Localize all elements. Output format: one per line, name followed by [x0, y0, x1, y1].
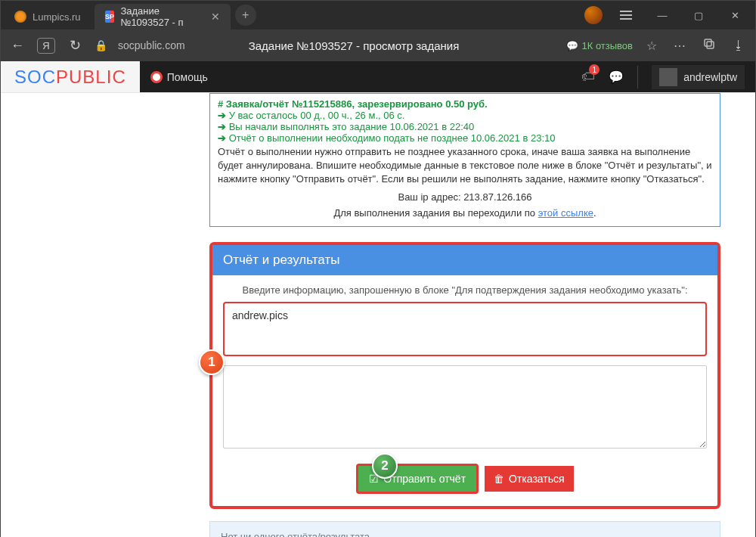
username: andrewlptw — [683, 71, 737, 83]
content-area: # Заявка/отчёт №115215886, зарезервирова… — [1, 93, 755, 537]
tab-lumpics[interactable]: Lumpics.ru — [4, 4, 91, 29]
bookmark-icon[interactable]: ☆ — [643, 39, 660, 53]
notif-badge: 1 — [589, 64, 600, 75]
notifications-button[interactable]: 🏷 1 — [581, 69, 595, 85]
title-bar: Lumpics.ru SP Задание №1093527 - п ✕ + —… — [1, 1, 755, 29]
submit-label: Отправить отчёт — [383, 473, 466, 485]
separator — [637, 66, 638, 88]
collections-icon[interactable] — [699, 37, 719, 54]
info-body: Отчёт о выполнении нужно отправить не по… — [218, 145, 712, 187]
report-input-secondary[interactable] — [223, 365, 707, 449]
cancel-label: Отказаться — [509, 473, 565, 485]
logo-public: PUBLIC — [56, 67, 126, 87]
lifebuoy-icon — [150, 71, 163, 83]
task-link[interactable]: этой ссылке — [538, 207, 593, 219]
nav-help[interactable]: Помощь — [150, 71, 208, 83]
report-panel: Отчёт и результаты Введите информацию, з… — [209, 242, 720, 509]
more-icon[interactable]: ⋯ — [671, 39, 689, 53]
menu-button[interactable] — [609, 1, 643, 29]
logo-soc: SOC — [14, 67, 56, 87]
tab-favicon-icon — [14, 11, 26, 23]
report-body: Введите информацию, запрошенную в блоке … — [212, 275, 717, 506]
minimize-button[interactable]: — — [645, 1, 680, 29]
dark-nav: Помощь 🏷 1 💬 andrewlptw — [140, 61, 755, 92]
site-header: SOCPUBLIC Помощь 🏷 1 💬 andrewlptw — [1, 61, 755, 93]
profile-avatar-icon[interactable] — [584, 6, 603, 24]
reviews-widget[interactable]: 💬 1К отзывов — [566, 40, 633, 51]
link-line: Для выполнения задания вы переходили по … — [218, 207, 712, 219]
site-logo[interactable]: SOCPUBLIC — [1, 67, 140, 88]
chat-icon[interactable]: 💬 — [609, 70, 624, 84]
download-icon[interactable]: ⭳ — [730, 39, 748, 52]
user-menu[interactable]: andrewlptw — [652, 65, 745, 89]
lock-icon[interactable]: 🔒 — [94, 39, 107, 51]
close-icon[interactable]: ✕ — [211, 11, 220, 23]
page-title: Задание №1093527 - просмотр задания — [249, 39, 556, 52]
report-instruction: Введите информацию, запрошенную в блоке … — [223, 284, 707, 296]
tab-label: Lumpics.ru — [33, 11, 81, 23]
tab-favicon-icon: SP — [105, 11, 115, 23]
svg-rect-0 — [705, 39, 711, 46]
report-input-primary[interactable] — [223, 302, 707, 356]
reload-button[interactable]: ↻ — [66, 37, 84, 54]
page-content: SOCPUBLIC Помощь 🏷 1 💬 andrewlptw — [1, 61, 755, 537]
back-button[interactable]: ← — [8, 38, 26, 54]
report-header: Отчёт и результаты — [212, 245, 717, 275]
window-frame: Lumpics.ru SP Задание №1093527 - п ✕ + —… — [0, 0, 756, 537]
trash-icon: 🗑 — [494, 473, 504, 485]
tabs-area: Lumpics.ru SP Задание №1093527 - п ✕ + — [1, 1, 584, 29]
reservation-info-box: # Заявка/отчёт №115215886, зарезервирова… — [209, 93, 720, 227]
url-text[interactable]: socpublic.com — [118, 39, 185, 51]
nav-help-label: Помощь — [167, 71, 208, 83]
deadline-line: ➔ Отчёт о выполнении необходимо подать н… — [218, 132, 712, 144]
user-avatar-icon — [659, 68, 677, 86]
svg-rect-1 — [707, 42, 714, 48]
ip-line: Ваш ip адрес: 213.87.126.166 — [218, 191, 712, 203]
started-line: ➔ Вы начали выполнять это задание 10.06.… — [218, 121, 712, 132]
no-reports-notice: Нет ни одного отчёта/результата. — [209, 521, 720, 537]
link-prefix: Для выполнения задания вы переходили по — [333, 207, 538, 219]
yandex-icon[interactable]: Я — [37, 38, 55, 54]
new-tab-button[interactable]: + — [235, 5, 256, 26]
window-controls: — ▢ ✕ — [584, 1, 755, 29]
reservation-line: # Заявка/отчёт №115215886, зарезервирова… — [218, 98, 712, 110]
reviews-count: 1К отзывов — [581, 40, 633, 51]
address-bar: ← Я ↻ 🔒 socpublic.com Задание №1093527 -… — [1, 29, 755, 61]
action-row: ☑ Отправить отчёт 🗑 Отказаться — [223, 464, 707, 494]
callout-2: 2 — [372, 453, 398, 479]
callout-1: 1 — [199, 349, 225, 375]
cancel-button[interactable]: 🗑 Отказаться — [485, 466, 574, 492]
tab-socpublic[interactable]: SP Задание №1093527 - п ✕ — [94, 4, 231, 29]
maximize-button[interactable]: ▢ — [681, 1, 716, 29]
time-left-line: ➔ У вас осталось 00 д., 00 ч., 26 м., 06… — [218, 110, 712, 121]
tab-label: Задание №1093527 - п — [120, 5, 204, 28]
close-button[interactable]: ✕ — [717, 1, 752, 29]
